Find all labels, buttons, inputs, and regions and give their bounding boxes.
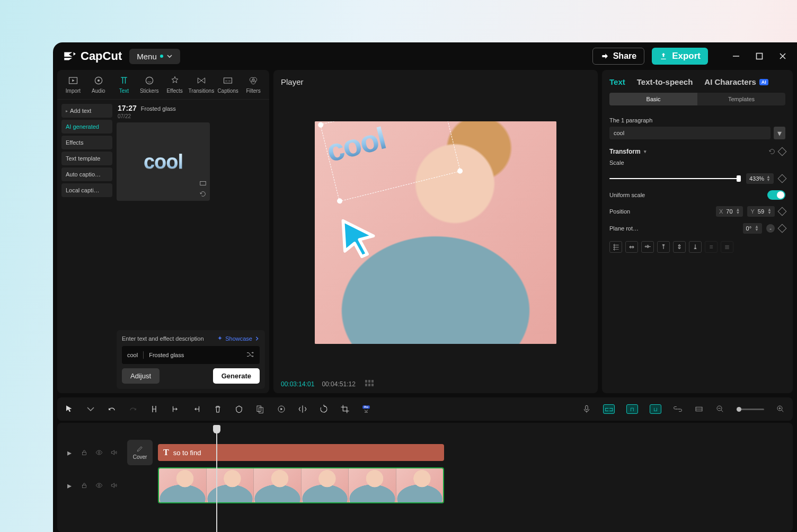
tool-import[interactable]: Import bbox=[60, 73, 86, 96]
track-mute-icon[interactable] bbox=[109, 448, 119, 457]
cat-ai-generated[interactable]: AI generated bbox=[61, 120, 112, 134]
export-button[interactable]: Export bbox=[652, 48, 708, 65]
playhead[interactable] bbox=[216, 425, 217, 532]
share-button[interactable]: Share bbox=[592, 48, 644, 65]
video-clip[interactable] bbox=[158, 467, 444, 503]
trim-right-icon[interactable] bbox=[192, 404, 201, 414]
window-maximize-button[interactable] bbox=[755, 51, 764, 61]
cat-effects[interactable]: Effects bbox=[61, 136, 112, 149]
tool-filters[interactable]: Filters bbox=[241, 73, 266, 96]
align-top-icon[interactable]: ⤒ bbox=[657, 241, 670, 253]
snap-icon[interactable] bbox=[694, 404, 704, 414]
timeline[interactable]: ▸ Cover T so to find ▸ bbox=[57, 423, 793, 532]
track-expand-icon[interactable]: ▸ bbox=[65, 448, 74, 457]
zoom-out-icon[interactable] bbox=[715, 404, 725, 414]
tool-text[interactable]: Text bbox=[111, 73, 137, 96]
track-expand-icon[interactable]: ▸ bbox=[65, 481, 74, 490]
tool-captions[interactable]: Captions bbox=[215, 73, 241, 96]
select-dropdown-icon[interactable] bbox=[86, 404, 95, 414]
transform-section-header[interactable]: Transform ▾ bbox=[609, 148, 785, 155]
mirror-icon[interactable] bbox=[298, 404, 307, 414]
cat-text-template[interactable]: Text template bbox=[61, 152, 112, 165]
preview-aspect-icon[interactable] bbox=[199, 180, 207, 187]
keyframe-icon[interactable] bbox=[778, 147, 787, 156]
tool-effects[interactable]: Effects bbox=[162, 73, 188, 96]
delete-icon[interactable] bbox=[213, 404, 223, 414]
subtab-basic[interactable]: Basic bbox=[609, 93, 697, 105]
cat-auto-captions[interactable]: Auto captio… bbox=[61, 167, 112, 181]
pro-cut-icon[interactable]: Pro bbox=[361, 404, 371, 414]
mic-icon[interactable] bbox=[582, 404, 591, 414]
align-left-icon[interactable]: ⬱ bbox=[609, 241, 622, 253]
position-keyframe[interactable] bbox=[778, 207, 787, 216]
track-lock-icon[interactable] bbox=[79, 448, 89, 457]
split-icon[interactable] bbox=[149, 404, 159, 414]
align-right-icon[interactable]: ⬲ bbox=[641, 241, 654, 253]
magnet-chip-2[interactable]: ⊓ bbox=[626, 404, 638, 414]
trim-left-icon[interactable] bbox=[171, 404, 180, 414]
scale-value[interactable]: 433%▲▼ bbox=[746, 173, 774, 184]
magnet-chip-1[interactable]: ⊏⊐ bbox=[603, 404, 615, 414]
rotation-keyframe[interactable] bbox=[778, 224, 787, 233]
menu-button[interactable]: Menu bbox=[129, 49, 180, 64]
track-lock-icon[interactable] bbox=[79, 481, 89, 490]
tool-audio[interactable]: Audio bbox=[86, 73, 111, 96]
window-close-button[interactable] bbox=[778, 51, 787, 61]
rotation-input[interactable]: 0°▲▼ bbox=[743, 223, 762, 234]
redo-icon[interactable] bbox=[128, 404, 138, 414]
link-icon[interactable] bbox=[673, 404, 683, 414]
track-visibility-icon[interactable] bbox=[94, 448, 104, 457]
copy-icon[interactable] bbox=[255, 404, 265, 414]
shuffle-icon[interactable] bbox=[246, 350, 254, 360]
align-bottom-icon[interactable]: ⤓ bbox=[689, 241, 702, 253]
scale-keyframe[interactable] bbox=[778, 174, 787, 183]
zoom-in-icon[interactable] bbox=[776, 404, 785, 414]
tool-stickers[interactable]: Stickers bbox=[137, 73, 162, 96]
zoom-slider[interactable] bbox=[737, 409, 764, 410]
reset-icon[interactable] bbox=[768, 148, 776, 155]
undo-icon[interactable] bbox=[107, 404, 117, 414]
tab-text[interactable]: Text bbox=[609, 77, 625, 86]
timecode-duration: 00:04:51:12 bbox=[322, 380, 355, 388]
subtab-templates[interactable]: Templates bbox=[697, 93, 785, 105]
track-visibility-icon[interactable] bbox=[94, 481, 104, 490]
paragraph-input[interactable]: cool bbox=[609, 127, 771, 139]
align-center-h-icon[interactable]: ⇔ bbox=[625, 241, 638, 253]
track-mute-icon[interactable] bbox=[109, 481, 119, 490]
crop-icon[interactable] bbox=[340, 404, 350, 414]
rotate-icon[interactable] bbox=[319, 404, 329, 414]
preview-thumbnail[interactable]: cool bbox=[117, 122, 210, 201]
magnet-chip-3[interactable]: ⊔ bbox=[650, 404, 661, 414]
tab-tts[interactable]: Text-to-speech bbox=[637, 77, 693, 86]
position-x-input[interactable]: X70▲▼ bbox=[716, 206, 743, 217]
scale-slider-knob[interactable] bbox=[737, 175, 741, 182]
text-clip[interactable]: T so to find bbox=[158, 444, 444, 461]
paragraph-dropdown[interactable]: ▾ bbox=[774, 127, 785, 139]
scale-slider[interactable] bbox=[609, 178, 741, 179]
video-thumb bbox=[254, 468, 302, 502]
export-icon bbox=[659, 52, 668, 60]
select-tool-icon[interactable] bbox=[65, 404, 74, 414]
rotation-extra[interactable]: - bbox=[766, 224, 775, 233]
adjust-button[interactable]: Adijust bbox=[122, 368, 160, 384]
svg-point-3 bbox=[98, 79, 100, 82]
preview-grid-icon[interactable] bbox=[365, 380, 374, 388]
tool-transitions[interactable]: Transitions bbox=[188, 73, 216, 96]
menu-label: Menu bbox=[137, 52, 157, 61]
preview-refresh-icon[interactable] bbox=[199, 190, 207, 198]
reverse-icon[interactable] bbox=[277, 404, 286, 414]
generate-button[interactable]: Generate bbox=[213, 368, 260, 384]
cat-add-text[interactable]: ▸Add text bbox=[61, 104, 112, 118]
tab-ai-characters[interactable]: AI Characters AI bbox=[704, 77, 768, 86]
showcase-link[interactable]: Showcase bbox=[217, 335, 260, 342]
window-minimize-button[interactable] bbox=[731, 51, 741, 61]
cover-button[interactable]: Cover bbox=[127, 440, 153, 465]
generator-input[interactable]: cool Frosted glass bbox=[122, 346, 260, 364]
cat-local-captions[interactable]: Local capti… bbox=[61, 183, 112, 197]
mask-icon[interactable] bbox=[234, 404, 244, 414]
position-y-input[interactable]: Y59▲▼ bbox=[747, 206, 775, 217]
uniform-scale-toggle[interactable] bbox=[767, 190, 785, 200]
align-center-v-icon[interactable]: ⇕ bbox=[673, 241, 686, 253]
svg-rect-27 bbox=[83, 485, 86, 487]
player-stage[interactable]: cool bbox=[281, 90, 590, 376]
